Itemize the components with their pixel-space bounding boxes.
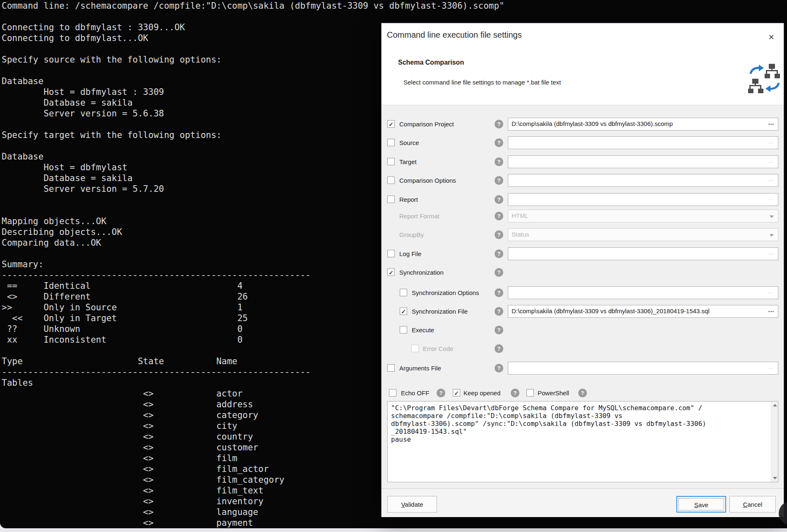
help-icon[interactable]	[495, 288, 503, 297]
groupby-dropdown: Status	[508, 228, 778, 241]
comparison-project-checkbox[interactable]	[387, 120, 395, 128]
report-format-dropdown: HTML	[508, 210, 778, 222]
row-source: Source …	[381, 136, 785, 149]
window-frame-bottom	[0, 528, 787, 532]
row-execute: Execute	[381, 324, 785, 336]
close-icon[interactable]	[766, 32, 776, 42]
help-icon[interactable]	[578, 389, 587, 397]
synchronization-options-checkbox[interactable]	[400, 289, 407, 296]
row-error-code: Error Code	[381, 342, 785, 355]
echo-off-checkbox[interactable]	[389, 389, 396, 397]
source-label: Source	[399, 139, 419, 146]
report-format-label: Report Format	[399, 213, 439, 220]
help-icon[interactable]	[495, 344, 503, 353]
synchronization-checkbox[interactable]	[387, 268, 395, 276]
comparison-project-field[interactable]: D:\comp\sakila (dbfmylast-3309 vs dbfmyl…	[508, 118, 778, 131]
row-groupby: GroupBy Status	[381, 228, 785, 241]
error-code-label: Error Code	[423, 345, 453, 352]
help-icon[interactable]	[495, 249, 503, 258]
report-checkbox[interactable]	[387, 196, 395, 203]
synchronization-file-field[interactable]: D:\comp\sakila (dbfmylast-3309 vs dbfmyl…	[508, 305, 778, 318]
synchronization-options-label: Synchronization Options	[412, 289, 479, 296]
row-log-file: Log File …	[381, 247, 785, 260]
target-field[interactable]: …	[508, 155, 778, 168]
help-icon[interactable]	[495, 157, 503, 166]
comparison-project-label: Comparison Project	[399, 121, 454, 128]
validate-button[interactable]: Validate	[387, 496, 437, 513]
execute-label: Execute	[412, 326, 434, 334]
bat-file-textarea[interactable]: "C:\Program Files\Devart\dbForge Schema …	[387, 401, 778, 482]
log-file-checkbox[interactable]	[387, 250, 395, 257]
help-icon[interactable]	[495, 138, 503, 147]
help-icon[interactable]	[495, 364, 503, 372]
bat-file-text: "C:\Program Files\Devart\dbForge Schema …	[388, 401, 778, 443]
browse-button[interactable]: …	[768, 157, 775, 164]
execute-checkbox[interactable]	[400, 326, 407, 334]
target-checkbox[interactable]	[387, 158, 395, 165]
source-field[interactable]: …	[508, 136, 778, 149]
report-field[interactable]: …	[508, 193, 778, 206]
help-icon[interactable]	[495, 212, 503, 220]
product-name: Schema Comparison	[398, 59, 464, 66]
browse-button[interactable]: …	[768, 138, 775, 145]
synchronization-file-checkbox[interactable]	[400, 307, 407, 315]
chevron-down-icon	[770, 234, 774, 237]
scrollbar[interactable]	[771, 401, 778, 482]
log-file-field[interactable]: …	[508, 247, 778, 260]
browse-button[interactable]: …	[768, 194, 775, 201]
browse-button[interactable]: …	[768, 119, 775, 126]
row-synchronization: Synchronization	[381, 266, 785, 279]
help-icon[interactable]	[495, 268, 503, 277]
comparison-options-checkbox[interactable]	[387, 177, 395, 184]
help-icon[interactable]	[495, 326, 503, 334]
keep-opened-label: Keep opened	[464, 389, 500, 397]
arguments-file-checkbox[interactable]	[387, 364, 395, 372]
arguments-file-label: Arguments File	[399, 365, 441, 372]
help-icon[interactable]	[495, 176, 503, 185]
arguments-file-field[interactable]: …	[508, 362, 778, 375]
scroll-up-icon[interactable]	[773, 404, 777, 406]
chevron-down-icon	[770, 215, 774, 218]
powershell-checkbox[interactable]	[526, 389, 534, 397]
save-button[interactable]: Save	[676, 496, 726, 513]
row-synchronization-options: Synchronization Options …	[381, 286, 785, 299]
row-target: Target …	[381, 155, 785, 168]
row-bat-options: Echo OFF Keep opened PowerShell	[381, 387, 785, 397]
row-report-format: Report Format HTML	[381, 210, 785, 222]
comparison-options-label: Comparison Options	[399, 177, 456, 184]
browse-button[interactable]: …	[768, 175, 775, 182]
help-icon[interactable]	[495, 120, 503, 128]
schema-comparison-icon	[747, 60, 782, 97]
browse-button[interactable]: …	[768, 306, 775, 313]
dialog-title: Command line execution file settings	[387, 30, 522, 40]
help-icon[interactable]	[511, 389, 519, 397]
row-comparison-project: Comparison Project D:\comp\sakila (dbfmy…	[381, 118, 785, 131]
help-icon[interactable]	[495, 195, 503, 204]
row-comparison-options: Comparison Options …	[381, 174, 785, 187]
browse-button[interactable]: …	[768, 288, 775, 295]
scroll-down-icon[interactable]	[773, 477, 777, 479]
powershell-label: PowerShell	[538, 389, 569, 397]
help-icon[interactable]	[495, 307, 503, 316]
help-icon[interactable]	[495, 230, 503, 239]
synchronization-label: Synchronization	[399, 269, 444, 276]
synchronization-file-label: Synchronization File	[412, 308, 468, 315]
dialog-subtitle: Select command line file settings to man…	[403, 79, 561, 86]
groupby-label: GroupBy	[399, 231, 424, 238]
screen: Command line: /schemacompare /compfile:"…	[0, 0, 787, 532]
browse-button[interactable]: …	[768, 363, 775, 370]
report-label: Report	[399, 196, 418, 203]
help-icon[interactable]	[437, 389, 445, 397]
row-arguments-file: Arguments File …	[381, 362, 785, 375]
command-line-settings-dialog: Command line execution file settings Sch…	[381, 23, 784, 517]
row-synchronization-file: Synchronization File D:\comp\sakila (dbf…	[381, 305, 785, 318]
comparison-options-field[interactable]: …	[508, 174, 778, 187]
source-checkbox[interactable]	[387, 139, 395, 146]
echo-off-label: Echo OFF	[401, 389, 429, 397]
row-report: Report …	[381, 193, 785, 206]
keep-opened-checkbox[interactable]	[453, 389, 460, 397]
browse-button[interactable]: …	[768, 249, 775, 256]
synchronization-options-field[interactable]: …	[508, 286, 778, 299]
cancel-button[interactable]: Cancel	[729, 496, 776, 513]
dialog-footer: Validate Save Cancel	[381, 488, 784, 517]
